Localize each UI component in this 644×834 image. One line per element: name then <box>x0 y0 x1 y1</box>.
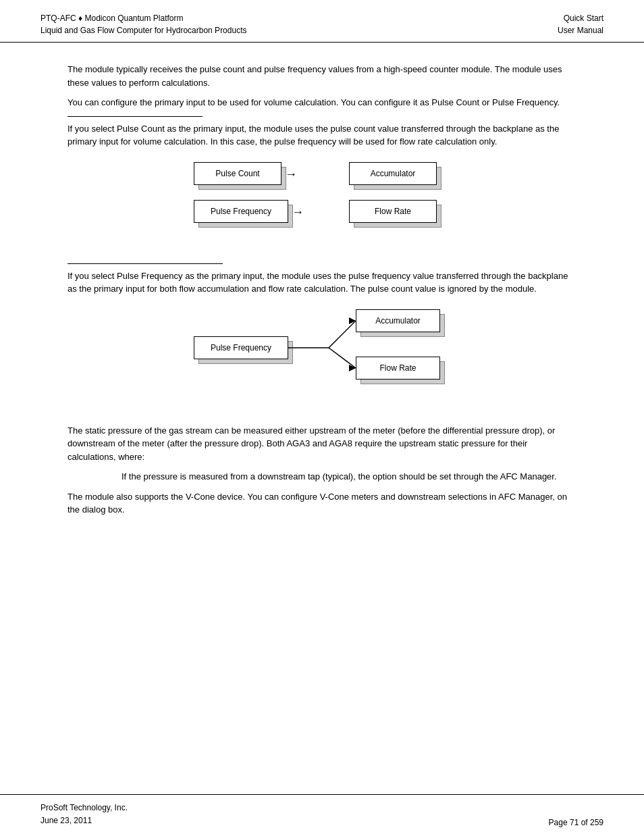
section3-para3-text: The module also supports the V-Cone devi… <box>68 492 567 515</box>
section-pulse-frequency: If you select Pulse Frequency as the pri… <box>68 263 576 404</box>
footer-date: June 23, 2011 <box>41 814 128 827</box>
intro-para2: You can configure the primary input to b… <box>68 96 576 109</box>
intro-para1: The module typically receives the pulse … <box>68 63 576 89</box>
arrow2-icon: → <box>292 205 304 219</box>
pulse-count-box: Pulse Count <box>194 162 281 185</box>
section2-title-line <box>68 263 223 264</box>
footer-page: Page 71 of 259 <box>549 802 603 827</box>
header-doc-type: Quick Start <box>558 12 603 24</box>
arrow2: → <box>292 205 346 219</box>
section3-para2: If the pressure is measured from a downs… <box>68 470 576 484</box>
diagram1: Pulse Count Accumulator Pulse Frequency … <box>194 162 450 243</box>
page-header: PTQ-AFC ♦ Modicon Quantum Platform Liqui… <box>0 0 644 43</box>
header-right: Quick Start User Manual <box>558 12 603 36</box>
section1-title-line <box>68 116 203 117</box>
footer-left: ProSoft Technology, Inc. June 23, 2011 <box>41 802 128 827</box>
arrowhead-upper <box>349 317 356 324</box>
diagram1-area: Pulse Count Accumulator Pulse Frequency … <box>68 162 576 243</box>
arrow1-icon: → <box>285 167 297 182</box>
section3-para1: The static pressure of the gas stream ca… <box>68 424 576 464</box>
footer-company: ProSoft Technology, Inc. <box>41 802 128 814</box>
section3-para3: The module also supports the V-Cone devi… <box>68 490 576 517</box>
diagram2-area: Pulse Frequency Accumulator Flow Rate <box>68 309 576 404</box>
section2-para: If you select Pulse Frequency as the pri… <box>68 269 576 296</box>
main-content: The module typically receives the pulse … <box>0 43 644 794</box>
arrow1: → <box>285 167 346 182</box>
header-left: PTQ-AFC ♦ Modicon Quantum Platform Liqui… <box>41 12 246 36</box>
svg-line-2 <box>329 348 356 368</box>
pulse-freq-box1: Pulse Frequency <box>194 200 288 223</box>
section-static-pressure: The static pressure of the gas stream ca… <box>68 424 576 517</box>
header-doc-subtype: User Manual <box>558 24 603 36</box>
accumulator-box1: Accumulator <box>349 162 437 185</box>
header-title-line2: Liquid and Gas Flow Computer for Hydroca… <box>41 24 246 36</box>
diagram2: Pulse Frequency Accumulator Flow Rate <box>194 309 450 404</box>
header-title-line1: PTQ-AFC ♦ Modicon Quantum Platform <box>41 12 246 24</box>
section3-para2-text: If the pressure is measured from a downs… <box>122 471 557 481</box>
svg-line-1 <box>329 321 356 348</box>
diagram2-arrows <box>194 309 450 404</box>
flow-rate-box1: Flow Rate <box>349 200 437 223</box>
page-footer: ProSoft Technology, Inc. June 23, 2011 P… <box>0 794 644 834</box>
section1-para: If you select Pulse Count as the primary… <box>68 122 576 149</box>
section-pulse-count: If you select Pulse Count as the primary… <box>68 116 576 243</box>
page: PTQ-AFC ♦ Modicon Quantum Platform Liqui… <box>0 0 644 834</box>
